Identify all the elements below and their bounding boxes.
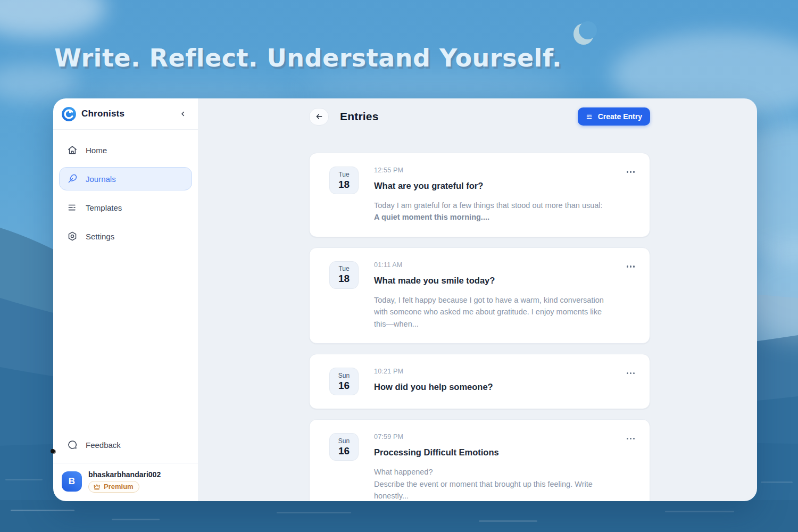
entry-date-badge: Tue 18	[329, 167, 359, 194]
entry-menu-button[interactable]	[623, 168, 635, 176]
entry-date: 18	[338, 179, 350, 190]
sidebar-nav: Home Journals Templates	[53, 130, 198, 248]
entry-time: 07:59 PM	[374, 433, 608, 440]
chevron-left-icon	[179, 110, 187, 118]
entry-preview: Today, I felt happy because I got to hav…	[374, 294, 608, 330]
template-lines-icon	[67, 202, 78, 213]
entry-title: How did you help someone?	[374, 382, 608, 392]
water-streak	[5, 479, 43, 480]
entry-preview-line: Today I am grateful for a few things tha…	[374, 200, 608, 211]
crown-icon	[93, 483, 101, 491]
sidebar-item-feedback[interactable]: Feedback	[59, 433, 192, 456]
crescent-moon	[573, 23, 594, 45]
entries-header: Entries Create Entry	[309, 107, 650, 126]
entry-title: What made you smile today?	[374, 276, 608, 286]
main-content: Entries Create Entry Tue 18 12:55	[198, 98, 757, 501]
water-streak	[112, 519, 160, 520]
create-entry-label: Create Entry	[598, 112, 642, 121]
back-button[interactable]	[309, 108, 329, 126]
entry-card[interactable]: Sun 16 10:21 PM How did you help someone…	[309, 354, 650, 409]
entry-time: 12:55 PM	[374, 167, 608, 174]
chronists-logo-icon	[62, 107, 76, 121]
user-profile[interactable]: B bhaskarbhandari002 Premium	[53, 463, 198, 501]
entry-card[interactable]: Tue 18 01:11 AM What made you smile toda…	[309, 247, 650, 344]
page-title: Entries	[340, 110, 379, 123]
sidebar-collapse-button[interactable]	[178, 109, 188, 119]
entry-preview-line: Describe the event or moment that brough…	[374, 478, 608, 501]
sidebar-item-journals[interactable]: Journals	[59, 167, 192, 190]
entry-menu-button[interactable]	[623, 262, 635, 271]
entry-title: What are you grateful for?	[374, 181, 608, 191]
create-entry-button[interactable]: Create Entry	[578, 107, 650, 126]
premium-label: Premium	[104, 483, 134, 491]
sidebar-item-label: Settings	[86, 232, 114, 241]
home-icon	[67, 145, 78, 155]
entry-time: 01:11 AM	[374, 261, 608, 269]
entry-body: 01:11 AM What made you smile today? Toda…	[374, 261, 608, 330]
entry-date: 18	[338, 273, 350, 285]
entry-date-badge: Sun 16	[329, 368, 359, 395]
water-streak	[11, 510, 74, 511]
entry-title: Processing Difficult Emotions	[374, 447, 608, 458]
water-streak	[479, 520, 537, 522]
entry-preview: What happened? Describe the event or mom…	[374, 466, 608, 501]
entry-preview-line: A quiet moment this morning....	[374, 211, 608, 223]
entry-day: Sun	[338, 437, 350, 445]
settings-icon	[67, 231, 78, 242]
username: bhaskarbhandari002	[88, 470, 161, 479]
app-window: Chronists Home Journals	[53, 98, 757, 501]
sidebar-item-home[interactable]: Home	[59, 138, 192, 162]
entry-preview-line: What happened?	[374, 466, 608, 478]
entry-date: 16	[338, 445, 350, 457]
hero-title: Write. Reflect. Understand Yourself.	[54, 44, 562, 72]
entry-card[interactable]: Tue 18 12:55 PM What are you grateful fo…	[309, 153, 650, 237]
entry-body: 07:59 PM Processing Difficult Emotions W…	[374, 433, 608, 501]
feedback-bubble-icon	[67, 439, 78, 450]
entries-list: Tue 18 12:55 PM What are you grateful fo…	[309, 153, 650, 501]
entry-lines-icon	[586, 113, 594, 121]
water-streak	[761, 481, 793, 483]
sidebar-item-label: Templates	[86, 203, 122, 212]
sidebar-item-label: Home	[86, 146, 107, 155]
sidebar-header: Chronists	[53, 98, 198, 130]
entry-date-badge: Sun 16	[329, 433, 359, 461]
entry-time: 10:21 PM	[374, 368, 608, 375]
app-name: Chronists	[81, 109, 124, 119]
sidebar-item-templates[interactable]: Templates	[59, 196, 192, 219]
entry-body: 12:55 PM What are you grateful for? Toda…	[374, 167, 608, 223]
water-streak	[277, 512, 351, 513]
entry-day: Tue	[338, 265, 349, 272]
sidebar-item-label: Feedback	[86, 440, 121, 450]
entry-date-badge: Tue 18	[329, 261, 359, 289]
page-background: Write. Reflect. Understand Yourself. Chr…	[0, 0, 798, 532]
entry-preview-line: Today, I felt happy because I got to hav…	[374, 294, 608, 330]
entry-preview: Today I am grateful for a few things tha…	[374, 200, 608, 223]
sidebar-item-label: Journals	[86, 174, 116, 184]
mouse-cursor	[51, 449, 55, 453]
premium-badge: Premium	[88, 481, 139, 493]
avatar: B	[62, 471, 82, 492]
entry-menu-button[interactable]	[623, 434, 635, 443]
entry-day: Sun	[338, 372, 350, 379]
entry-date: 16	[338, 380, 350, 392]
arrow-left-icon	[315, 112, 323, 121]
water-streak	[665, 511, 734, 512]
sidebar: Chronists Home Journals	[53, 98, 198, 501]
sidebar-item-settings[interactable]: Settings	[59, 225, 192, 248]
entry-card[interactable]: Sun 16 07:59 PM Processing Difficult Emo…	[309, 419, 650, 501]
quill-icon	[67, 173, 78, 184]
sidebar-spacer	[53, 248, 198, 433]
entry-body: 10:21 PM How did you help someone?	[374, 368, 608, 395]
entry-menu-button[interactable]	[623, 369, 635, 377]
entry-day: Tue	[338, 171, 349, 178]
